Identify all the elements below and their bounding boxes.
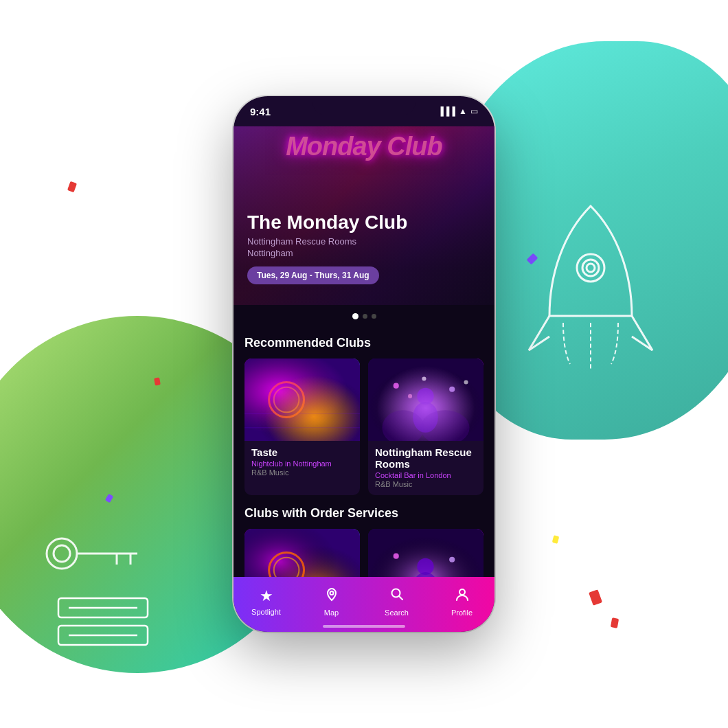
phone-wrapper: 9:41 ▐▐▐ ▲ ▭ Monday Club The Monday Club… — [234, 96, 494, 632]
svg-point-47 — [459, 589, 465, 595]
battery-icon: ▭ — [470, 106, 478, 116]
card-rescue-genre: R&B Music — [375, 480, 477, 488]
card-taste-name: Taste — [251, 446, 353, 458]
card-order1-image — [244, 529, 360, 577]
nav-item-search[interactable]: Search — [364, 587, 429, 617]
svg-point-26 — [394, 383, 399, 389]
card-rescue-info: Nottingham Rescue Rooms Cocktail Bar in … — [368, 441, 484, 495]
svg-point-21 — [274, 387, 299, 413]
card-rescue-rooms[interactable]: Nottingham Rescue Rooms Cocktail Bar in … — [368, 359, 484, 495]
card-rescue-name: Nottingham Rescue Rooms — [375, 446, 477, 470]
svg-point-29 — [408, 394, 412, 398]
svg-rect-23 — [368, 359, 484, 441]
confetti-1 — [154, 377, 161, 385]
svg-point-28 — [449, 387, 455, 392]
hero-section: Monday Club The Monday Club Nottingham R… — [234, 126, 494, 305]
dot-1[interactable] — [352, 313, 359, 319]
card-taste-genre: R&B Music — [251, 468, 353, 477]
hero-date-badge[interactable]: Tues, 29 Aug - Thurs, 31 Aug — [247, 266, 379, 284]
card-taste[interactable]: Taste Nightclub in Nottingham R&B Music — [244, 359, 360, 495]
svg-line-46 — [399, 596, 402, 600]
profile-label: Profile — [451, 608, 473, 617]
bottom-nav: ★ Spotlight Map — [234, 577, 494, 632]
svg-rect-22 — [368, 359, 484, 441]
wifi-icon: ▲ — [459, 106, 467, 116]
dots-indicator — [234, 305, 494, 325]
svg-rect-16 — [244, 359, 360, 441]
svg-point-1 — [582, 260, 599, 276]
lines-decoration — [55, 595, 151, 652]
dot-2[interactable] — [363, 314, 367, 319]
notch — [312, 96, 416, 115]
card-order-2[interactable] — [368, 529, 484, 577]
scroll-content[interactable]: Recommended Clubs — [234, 325, 494, 577]
nav-item-spotlight[interactable]: ★ Spotlight — [234, 587, 299, 616]
home-indicator — [323, 625, 405, 628]
status-icons: ▐▐▐ ▲ ▭ — [438, 106, 478, 116]
person-decoration — [41, 89, 110, 188]
svg-point-43 — [449, 557, 455, 562]
profile-icon — [455, 587, 470, 606]
order-section-title: Clubs with Order Services — [244, 506, 484, 521]
map-label: Map — [324, 608, 339, 617]
card-order2-image — [368, 529, 484, 577]
svg-rect-15 — [244, 359, 360, 441]
map-icon — [324, 587, 339, 606]
card-order-1[interactable] — [244, 529, 360, 577]
card-taste-info: Taste Nightclub in Nottingham R&B Music — [244, 441, 360, 484]
search-icon — [389, 587, 405, 606]
svg-point-20 — [269, 383, 304, 418]
svg-point-8 — [63, 94, 88, 119]
card-taste-type: Nightclub in Nottingham — [251, 459, 353, 468]
recommended-card-grid: Taste Nightclub in Nottingham R&B Music — [244, 359, 484, 495]
order-card-grid — [244, 529, 484, 577]
hero-title: The Monday Club — [247, 212, 481, 234]
card-rescue-image — [368, 359, 484, 441]
phone-screen: Monday Club The Monday Club Nottingham R… — [234, 126, 494, 632]
svg-point-30 — [464, 380, 468, 384]
nav-item-profile[interactable]: Profile — [429, 587, 494, 617]
status-time: 9:41 — [250, 106, 271, 117]
phone: 9:41 ▐▐▐ ▲ ▭ Monday Club The Monday Club… — [234, 96, 494, 632]
svg-rect-17 — [244, 359, 360, 441]
svg-point-42 — [394, 554, 399, 559]
svg-point-44 — [330, 591, 333, 595]
search-label: Search — [385, 608, 409, 617]
card-taste-image — [244, 359, 360, 441]
svg-point-27 — [422, 376, 426, 380]
svg-rect-35 — [244, 529, 360, 577]
signal-icon: ▐▐▐ — [438, 106, 456, 116]
svg-point-4 — [54, 545, 70, 562]
svg-point-0 — [577, 254, 604, 282]
svg-point-3 — [47, 538, 77, 569]
dot-3[interactable] — [372, 314, 376, 319]
svg-point-31 — [417, 388, 433, 405]
hero-location: Nottingham — [247, 248, 481, 258]
confetti-4 — [552, 535, 560, 544]
hero-venue: Nottingham Rescue Rooms — [247, 236, 481, 247]
key-decoration — [41, 533, 151, 577]
spotlight-label: Spotlight — [251, 608, 281, 616]
status-bar: 9:41 ▐▐▐ ▲ ▭ — [234, 96, 494, 126]
rocket-decoration — [508, 192, 673, 398]
svg-point-25 — [420, 410, 469, 441]
recommended-section-title: Recommended Clubs — [244, 336, 484, 350]
svg-point-2 — [587, 264, 595, 272]
hero-neon-text: Monday Club — [234, 132, 494, 161]
confetti-5 — [589, 589, 602, 605]
card-rescue-type: Cocktail Bar in London — [375, 471, 477, 479]
svg-point-24 — [382, 410, 424, 441]
svg-point-32 — [413, 402, 438, 433]
nav-item-map[interactable]: Map — [299, 587, 364, 617]
confetti-6 — [611, 617, 619, 628]
hero-content: The Monday Club Nottingham Rescue Rooms … — [247, 212, 481, 284]
spotlight-icon: ★ — [260, 587, 273, 605]
